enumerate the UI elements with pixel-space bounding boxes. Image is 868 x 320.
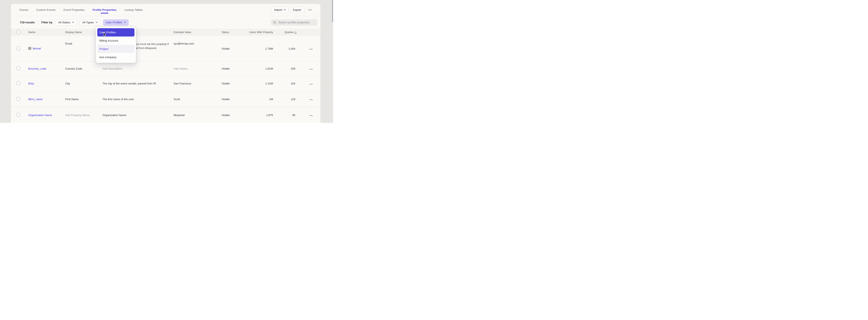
properties-table: Name Display Name Description Example Va… [11,29,320,123]
users-with-property-cell: 1.81M [246,62,274,76]
users-with-property-cell: 1.31M [246,76,274,91]
row-actions-button[interactable] [310,114,312,117]
display-name-cell: Country Code [63,62,100,76]
example-value-cell: xyz@lmnop.com [172,36,219,62]
table-row: $city City The city of the event sender,… [11,76,320,91]
queries-cell: 154 [274,76,297,91]
column-header-display-name: Display Name [63,29,100,36]
menu-item-test-company[interactable]: test company [97,53,134,61]
results-count: 719 results [20,21,35,24]
tab-event-properties[interactable]: Event Properties [64,4,85,16]
status-filter-label: All Status [58,21,70,24]
import-button-label: Import [274,8,282,11]
sort-icon [294,31,297,34]
type-filter-dropdown[interactable]: All Types [80,19,100,26]
status-cell: Visible [219,76,246,91]
tabs: Events Custom Events Event Properties Pr… [20,4,143,16]
column-header-example-value: Example Value [172,29,219,36]
row-actions-button[interactable] [310,83,312,85]
grid-icon [28,47,31,50]
search-icon [273,21,276,24]
table-row: $country_code Country Code Add Descripti… [11,62,320,76]
select-all-checkbox[interactable] [17,30,20,34]
page-background: Events Custom Events Event Properties Pr… [0,0,333,123]
row-checkbox[interactable] [17,113,20,117]
tab-profile-properties[interactable]: Profile Properties [93,4,117,16]
filter-bar: 719 results Filter by All Status All Typ… [11,16,320,29]
tab-custom-events[interactable]: Custom Events [36,4,56,16]
status-cell: Visible [219,62,246,76]
property-name-link[interactable]: $city [28,82,34,85]
description-cell: Organization Name [100,107,172,123]
queries-cell: 95 [274,107,297,123]
queries-header-label: Queries [284,31,294,34]
queries-cell: 119 [274,91,297,107]
row-checkbox[interactable] [17,81,20,85]
export-button[interactable]: Export [290,7,304,13]
description-cell: The city of the event sender, parsed fro… [100,76,172,91]
search-box[interactable] [271,19,317,26]
property-name-link[interactable]: $country_code [28,67,46,70]
status-cell: Visible [219,91,246,107]
column-header-name: Name [26,29,63,36]
header-actions: Import Export [271,7,313,13]
queries-cell: 208 [274,62,297,76]
chevron-down-icon [96,22,98,23]
display-name-cell: Email [63,36,100,62]
row-actions-button[interactable] [310,68,312,70]
description-placeholder[interactable]: Add Description... [100,62,172,76]
table-row: $email Email The user's email address. Y… [11,36,320,62]
users-with-property-cell: 1,675 [246,107,274,123]
row-checkbox[interactable] [17,46,20,50]
queries-cell: 1,454 [274,36,297,62]
example-value-cell: San Francisco [172,76,219,91]
tab-lookup-tables[interactable]: Lookup Tables [124,4,143,16]
status-cell: Visible [219,107,246,123]
chevron-down-icon [72,22,74,23]
property-name-link[interactable]: $first_name [28,98,43,101]
row-actions-button[interactable] [310,48,312,50]
more-menu-button[interactable] [307,8,313,11]
group-filter-label: User Profiles [106,21,122,24]
export-button-label: Export [293,8,301,11]
row-checkbox[interactable] [17,97,20,101]
display-name-cell: City [63,76,100,91]
example-value-cell: Scott [172,91,219,107]
table-header-row: Name Display Name Description Example Va… [11,29,320,36]
menu-item-project[interactable]: Project [97,45,134,53]
row-checkbox[interactable] [17,66,20,70]
users-with-property-cell: 1.76M [246,36,274,62]
tab-events[interactable]: Events [20,4,28,16]
example-value-placeholder[interactable]: Add Values... [172,62,219,76]
status-filter-dropdown[interactable]: All Status [56,19,77,26]
users-with-property-cell: 1M [246,91,274,107]
column-header-users-with-property: Users With Property [246,29,274,36]
column-header-status: Status [219,29,246,36]
filter-by-label: Filter by [41,21,53,24]
scrollbar-thumb[interactable] [332,0,333,22]
chevron-down-icon [284,9,286,11]
row-actions-button[interactable] [310,99,312,101]
lexicon-card: Events Custom Events Event Properties Pr… [11,4,320,123]
example-value-cell: Mixpanel [172,107,219,123]
group-dropdown-menu: User Profiles Billing Account Project te… [96,27,136,63]
table-row: Organization Name Add Property Name... O… [11,107,320,123]
property-name-link[interactable]: Organization Name [28,113,52,117]
menu-item-billing-account[interactable]: Billing Account [97,36,134,45]
type-filter-label: All Types [82,21,94,24]
table-row: $first_name First Name The first name of… [11,91,320,107]
status-cell: Visible [219,36,246,62]
property-name-link[interactable]: $email [33,47,41,50]
group-filter-dropdown[interactable]: User Profiles [103,19,129,26]
import-button[interactable]: Import [271,7,289,13]
display-name-cell: First Name [63,91,100,107]
search-input[interactable] [278,21,315,24]
column-header-queries[interactable]: Queries [274,29,297,36]
chevron-down-icon [124,22,126,23]
tab-bar: Events Custom Events Event Properties Pr… [11,4,320,16]
display-name-placeholder[interactable]: Add Property Name... [63,107,100,123]
menu-item-user-profiles[interactable]: User Profiles [97,28,134,36]
description-cell: The first name of the user. [100,91,172,107]
